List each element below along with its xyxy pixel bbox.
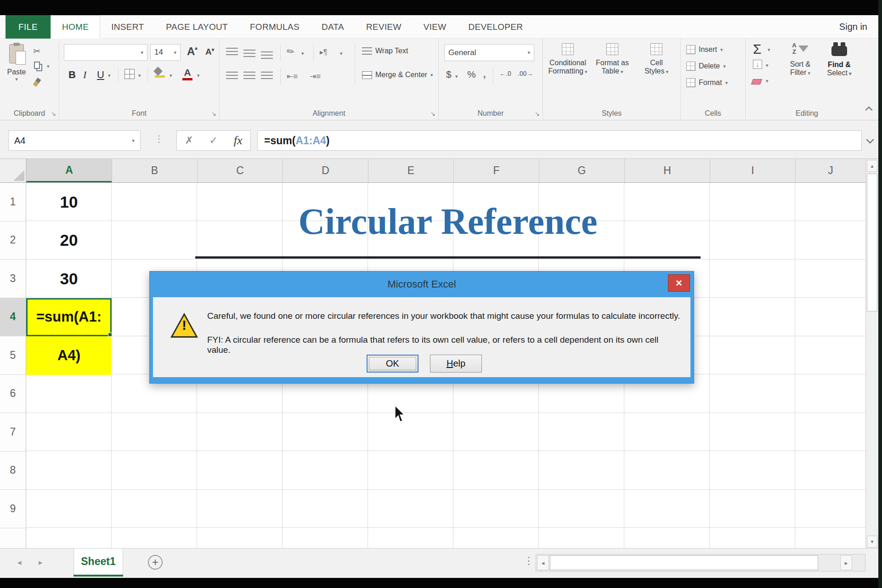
help-button[interactable]: Help xyxy=(430,355,482,373)
column-header-g[interactable]: G xyxy=(539,159,624,182)
font-color-button[interactable]: A xyxy=(182,67,192,80)
next-sheet-button[interactable]: ▸ xyxy=(39,548,43,577)
enter-button[interactable]: ✓ xyxy=(209,135,218,147)
namebox-divider[interactable]: ⋮ xyxy=(154,133,164,144)
scroll-down-button[interactable]: ▾ xyxy=(867,536,877,548)
formula-input[interactable]: =sum(A1:A4) xyxy=(257,130,862,151)
cell-a1[interactable]: 10 xyxy=(26,183,112,221)
insert-function-button[interactable]: fx xyxy=(234,134,243,147)
ok-button[interactable]: OK xyxy=(367,355,418,373)
tab-home[interactable]: HOME xyxy=(51,15,100,39)
wrap-text-button[interactable]: Wrap Text xyxy=(362,47,408,55)
cell-styles-button[interactable]: CellStyles ▾ xyxy=(636,43,677,75)
align-left-button[interactable] xyxy=(226,72,238,79)
borders-button[interactable] xyxy=(124,69,135,79)
tab-data[interactable]: DATA xyxy=(311,15,355,39)
merge-center-button[interactable]: Merge & Center ▾ xyxy=(362,71,433,79)
font-size-combo[interactable]: 14▾ xyxy=(150,44,181,61)
conditional-formatting-button[interactable]: ConditionalFormatting ▾ xyxy=(547,43,589,75)
tab-view[interactable]: VIEW xyxy=(413,15,458,39)
align-bottom-button[interactable] xyxy=(261,51,273,59)
tab-developer[interactable]: DEVELOPER xyxy=(457,15,534,39)
tab-insert[interactable]: INSERT xyxy=(100,15,155,39)
copy-button[interactable]: ▾ xyxy=(34,62,40,69)
number-dialog-launcher[interactable]: ↘ xyxy=(535,111,540,117)
column-header-f[interactable]: F xyxy=(453,159,539,182)
number-format-combo[interactable]: General ▾ xyxy=(444,44,534,61)
decrease-indent-button[interactable]: ⇤≡ xyxy=(287,72,298,81)
tab-page-layout[interactable]: PAGE LAYOUT xyxy=(155,15,239,39)
column-header-a[interactable]: A xyxy=(26,159,112,182)
vertical-scroll-thumb[interactable] xyxy=(867,174,877,311)
delete-cells-button[interactable]: Delete ▾ xyxy=(686,62,726,71)
scroll-right-button[interactable]: ▸ xyxy=(840,555,852,570)
decrease-decimal-button[interactable]: .00→ xyxy=(518,70,533,77)
fill-color-button[interactable] xyxy=(155,67,165,78)
row-header-8[interactable]: 8 xyxy=(0,452,26,490)
insert-cells-button[interactable]: Insert ▾ xyxy=(686,45,723,54)
tab-file[interactable]: FILE xyxy=(6,15,51,39)
row-header-10-partial[interactable] xyxy=(0,528,26,549)
column-header-i[interactable]: I xyxy=(710,159,795,182)
fill-button[interactable]: ↓ xyxy=(753,60,762,69)
text-direction-button[interactable]: ▸¶ xyxy=(320,48,328,57)
underline-button[interactable]: U xyxy=(97,69,104,81)
tab-formulas[interactable]: FORMULAS xyxy=(239,15,311,39)
sheet-tab-sheet1[interactable]: Sheet1 xyxy=(74,548,123,575)
paste-button[interactable]: Paste ▾ xyxy=(5,44,28,82)
fill-handle[interactable] xyxy=(108,333,112,337)
scroll-up-button[interactable]: ▴ xyxy=(867,160,877,172)
orientation-button[interactable]: ✎ xyxy=(284,45,297,58)
align-middle-button[interactable] xyxy=(243,50,255,57)
clear-button[interactable] xyxy=(752,79,761,85)
row-header-9[interactable]: 9 xyxy=(0,490,26,528)
bold-button[interactable]: B xyxy=(68,69,76,81)
sort-filter-button[interactable]: AZ Sort &Filter ▾ xyxy=(784,42,816,77)
align-right-button[interactable] xyxy=(261,72,273,79)
accounting-format-button[interactable]: $ xyxy=(446,69,452,80)
align-top-button[interactable] xyxy=(226,48,238,56)
row-header-3[interactable]: 3 xyxy=(0,260,26,298)
sign-in-link[interactable]: Sign in xyxy=(839,15,867,39)
row-header-5[interactable]: 5 xyxy=(0,336,26,375)
tab-scrollbar-divider[interactable]: ⋮ xyxy=(524,555,534,567)
new-sheet-button[interactable]: + xyxy=(148,555,163,570)
row-header-7[interactable]: 7 xyxy=(0,413,26,452)
column-header-j[interactable]: J xyxy=(795,159,865,182)
comma-style-button[interactable]: , xyxy=(483,66,486,80)
select-all-corner[interactable] xyxy=(0,159,26,182)
cell-a2[interactable]: 20 xyxy=(26,221,112,260)
previous-sheet-button[interactable]: ◂ xyxy=(17,548,22,577)
percent-style-button[interactable]: % xyxy=(467,69,476,80)
find-select-button[interactable]: Find &Select ▾ xyxy=(822,42,857,77)
dialog-close-button[interactable]: × xyxy=(668,274,690,292)
tab-review[interactable]: REVIEW xyxy=(355,15,413,39)
name-box[interactable]: A4 ▾ xyxy=(8,130,141,151)
alignment-dialog-launcher[interactable]: ↘ xyxy=(430,111,435,117)
column-header-c[interactable]: C xyxy=(197,159,283,182)
format-as-table-button[interactable]: Format asTable ▾ xyxy=(591,43,634,75)
row-header-1[interactable]: 1 xyxy=(0,183,26,221)
scroll-left-button[interactable]: ◂ xyxy=(537,555,549,570)
expand-formula-bar-button[interactable] xyxy=(866,136,874,144)
increase-indent-button[interactable]: ⇥≡ xyxy=(310,72,321,81)
cut-button[interactable]: ✂ xyxy=(33,46,40,57)
font-name-combo[interactable]: ▾ xyxy=(64,44,147,61)
format-cells-button[interactable]: Format ▾ xyxy=(686,78,728,87)
italic-button[interactable]: I xyxy=(83,69,86,81)
grow-font-button[interactable]: A▴ xyxy=(187,45,198,58)
column-header-h[interactable]: H xyxy=(624,159,710,182)
row-header-6[interactable]: 6 xyxy=(0,375,26,413)
column-header-d[interactable]: D xyxy=(283,159,368,182)
format-painter-button[interactable] xyxy=(35,78,39,86)
cancel-button[interactable]: ✗ xyxy=(185,135,193,147)
increase-decimal-button[interactable]: ←.0 xyxy=(499,70,511,77)
shrink-font-button[interactable]: A▾ xyxy=(205,47,214,57)
horizontal-scroll-thumb[interactable] xyxy=(550,555,818,570)
clipboard-dialog-launcher[interactable]: ↘ xyxy=(51,111,56,117)
horizontal-scrollbar[interactable]: ◂ ▸ xyxy=(536,554,865,571)
cell-a3[interactable]: 30 xyxy=(26,260,112,298)
align-center-button[interactable] xyxy=(243,72,255,79)
row-header-2[interactable]: 2 xyxy=(0,221,26,260)
font-dialog-launcher[interactable]: ↘ xyxy=(211,111,216,117)
